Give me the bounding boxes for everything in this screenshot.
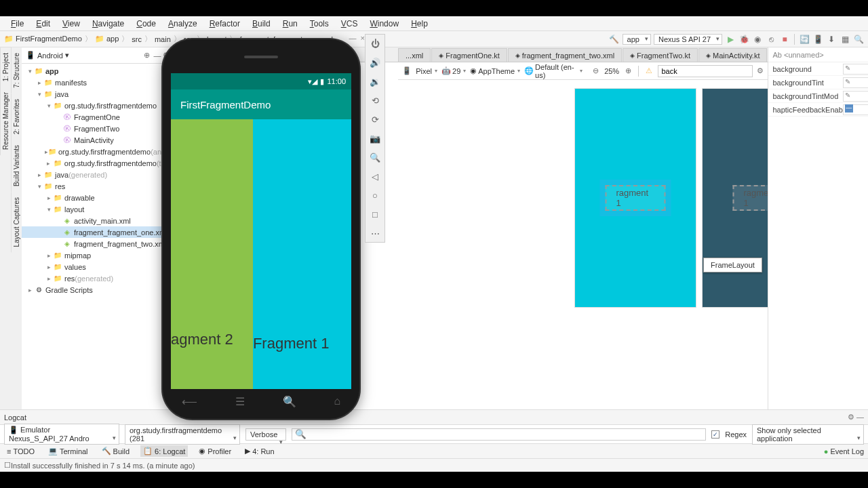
project-tree[interactable]: ▾📁app▸📁manifests▾📁java▾📁org.study.firstf… [22, 64, 174, 409]
profile-icon[interactable]: ◉ [752, 34, 763, 45]
tree-node[interactable]: ⓀFragmentOne [22, 111, 174, 123]
tree-node[interactable]: ▾📁app [22, 65, 174, 77]
menu-build[interactable]: Build [247, 18, 276, 30]
tree-node[interactable]: ◈fragment_fragment_one.xml [22, 226, 174, 238]
run-icon[interactable]: ▶ [725, 34, 736, 45]
tree-node[interactable]: ▸📁drawable [22, 192, 174, 203]
tree-node[interactable]: ▸📁res (generated) [22, 272, 174, 284]
structure-icon[interactable]: ▦ [840, 34, 850, 45]
home-icon[interactable]: ⌂ [334, 395, 340, 407]
bottom-tab-todo[interactable]: ≡ TODO [4, 446, 37, 457]
tree-node[interactable]: ▾📁res [22, 180, 174, 192]
editor-tab[interactable]: ◈ MainActivity.kt [698, 48, 767, 62]
avd-icon[interactable]: 📱 [812, 34, 823, 45]
logcat-device-combo[interactable]: 📱 Emulator Nexus_S_API_27 Andro [4, 424, 119, 445]
more-icon[interactable]: ⋯ [369, 227, 381, 239]
tree-node[interactable]: ▸⚙Gradle Scripts [22, 284, 174, 296]
tree-node[interactable]: ▸📁values [22, 261, 174, 272]
warning-icon[interactable]: ⚠ [644, 66, 654, 77]
menu-help[interactable]: Help [406, 18, 433, 30]
logcat-search-input[interactable] [292, 428, 706, 441]
menu-vcs[interactable]: VCS [336, 18, 363, 30]
vol-up-icon[interactable]: 🔊 [369, 56, 381, 68]
overview-icon[interactable]: □ [369, 208, 381, 220]
side-tab-structure[interactable]: 7: Structure [11, 47, 22, 94]
emulator-window[interactable]: —× ▾◢ ▮ 11:00 FirstFragmentDemo agment 2… [163, 39, 359, 419]
logcat-level-combo[interactable]: Verbose [245, 428, 286, 441]
tree-node[interactable]: ▸📁mipmap [22, 249, 174, 261]
device-combo[interactable]: Nexus S API 27 [654, 34, 722, 45]
rotate-left-icon[interactable]: ⟲ [369, 94, 381, 106]
preview-textview-bp[interactable]: ragment 1 [733, 185, 768, 211]
menu-refactor[interactable]: Refactor [204, 18, 245, 30]
zoom-in-icon[interactable]: ⊕ [623, 66, 633, 77]
gear-icon[interactable]: ⚙ [757, 66, 764, 75]
bottom-tab-build[interactable]: 🔨 Build [99, 445, 132, 457]
back-icon[interactable]: ◁ [369, 170, 381, 182]
menu-icon[interactable]: ☰ [235, 395, 245, 408]
breadcrumb-item[interactable]: src [132, 35, 142, 43]
preview-light[interactable]: ragment 1 [574, 88, 696, 308]
search-icon[interactable]: 🔍 [283, 395, 296, 408]
theme-selector[interactable]: ◉ AppTheme [470, 66, 520, 75]
event-log[interactable]: ● Event Log [824, 447, 864, 455]
camera-icon[interactable]: 📷 [369, 132, 381, 144]
tree-node[interactable]: ▸📁java (generated) [22, 169, 174, 180]
tree-node[interactable]: ⓀMainActivity [22, 134, 174, 146]
zoom-icon[interactable]: 🔍 [369, 151, 381, 163]
bottom-tab-logcat[interactable]: 📋 6: Logcat [140, 445, 188, 457]
tree-node[interactable]: ▸📁org.study.firstfragmentdemo (test) [22, 157, 174, 169]
target-icon[interactable]: ⊕ [141, 50, 152, 61]
locale-selector[interactable]: 🌐 Default (en-us) [524, 63, 583, 79]
side-tab-favorites[interactable]: 2: Favorites [11, 94, 22, 140]
vol-down-icon[interactable]: 🔉 [369, 75, 381, 87]
menu-view[interactable]: View [57, 18, 85, 30]
tree-node[interactable]: ◈activity_main.xml [22, 215, 174, 226]
editor-tab[interactable]: ◈ FragmentTwo.kt [623, 48, 698, 62]
logcat-pkg-combo[interactable]: org.study.firstfragmentdemo (281 [125, 424, 240, 445]
hammer-icon[interactable]: 🔨 [609, 34, 620, 45]
collapse-icon[interactable]: — [152, 50, 163, 61]
bottom-tab-terminal[interactable]: 💻 Terminal [45, 445, 91, 457]
tree-node[interactable]: ▸📁org.study.firstfragmentdemo (androidTe… [22, 146, 174, 157]
breadcrumb-item[interactable]: 📁 app [95, 35, 119, 43]
project-dropdown[interactable]: 📱 Android ▾ [26, 51, 141, 60]
stop-icon[interactable]: ■ [779, 34, 790, 45]
side-tab-resource-mgr[interactable]: Resource Manager [0, 87, 11, 155]
device-selector[interactable]: Pixel [416, 67, 437, 75]
side-tab-build-variants[interactable]: Build Variants [11, 140, 22, 192]
back-icon[interactable]: ⟵ [182, 395, 197, 408]
menu-tools[interactable]: Tools [304, 18, 334, 30]
debug-icon[interactable]: 🐞 [738, 34, 749, 45]
menu-navigate[interactable]: Navigate [87, 18, 130, 30]
sync-icon[interactable]: 🔄 [799, 34, 810, 45]
tree-node[interactable]: ▸📁manifests [22, 77, 174, 88]
editor-tab[interactable]: ...xml [398, 48, 431, 62]
gear-icon[interactable]: ⚙ — [848, 413, 864, 422]
tree-node[interactable]: ▾📁java [22, 88, 174, 100]
menu-file[interactable]: File [5, 18, 29, 30]
minimize-icon[interactable]: — [349, 34, 357, 42]
editor-tab[interactable]: ◈ FragmentOne.kt [431, 48, 507, 62]
sdk-icon[interactable]: ⬇ [826, 34, 837, 45]
home-icon[interactable]: ○ [369, 189, 381, 201]
bottom-tab-profiler[interactable]: ◉ Profiler [196, 445, 234, 457]
tree-node[interactable]: ▾📁layout [22, 203, 174, 215]
preview-blueprint[interactable]: ragment 1 [702, 88, 768, 308]
menu-code[interactable]: Code [131, 18, 161, 30]
menu-window[interactable]: Window [364, 18, 404, 30]
bottom-tab-run[interactable]: ▶ 4: Run [242, 445, 277, 457]
menu-analyze[interactable]: Analyze [163, 18, 203, 30]
zoom-out-icon[interactable]: ⊖ [591, 66, 600, 77]
editor-tab[interactable]: ◈ fragment_fragment_two.xml [508, 48, 622, 62]
tree-node[interactable]: ◈fragment_fragment_two.xml [22, 238, 174, 249]
preview-textview[interactable]: ragment 1 [606, 185, 666, 211]
search-icon[interactable]: 🔍 [853, 34, 864, 45]
logcat-filter-combo[interactable]: Show only selected application [752, 424, 864, 445]
tree-node[interactable]: ▾📁org.study.firstfragmentdemo [22, 100, 174, 111]
attach-icon[interactable]: ⎋ [766, 34, 776, 45]
side-tab-project[interactable]: 1: Project [0, 47, 11, 87]
power-icon[interactable]: ⏻ [369, 37, 381, 49]
breadcrumb-item[interactable]: 📁 FirstFragmentDemo [4, 35, 82, 43]
attr-row[interactable]: backgroundTintMod✎▾ [768, 89, 868, 103]
